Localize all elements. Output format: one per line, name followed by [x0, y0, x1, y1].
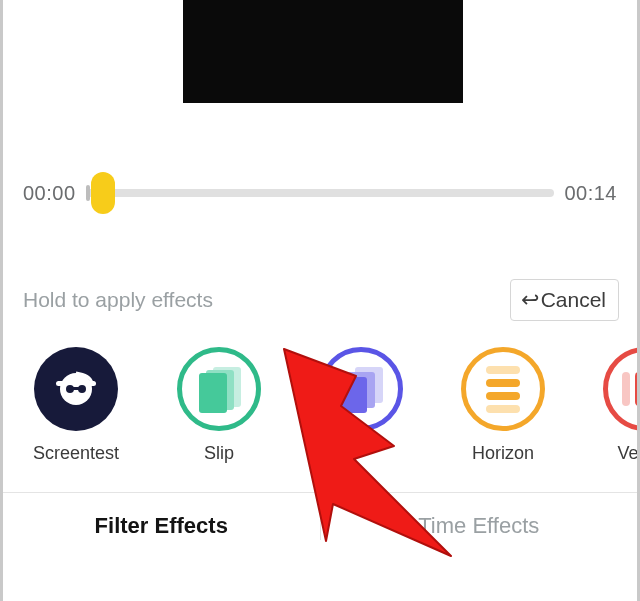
cancel-button[interactable]: ↩ Cancel — [510, 279, 619, 321]
tab-filter-effects[interactable]: Filter Effects — [3, 513, 320, 539]
svg-point-3 — [78, 385, 86, 393]
timeline: 00:00 00:14 — [3, 173, 637, 213]
svg-rect-4 — [73, 387, 79, 390]
undo-icon: ↩ — [521, 289, 539, 311]
effects-tabs: Filter Effects Time Effects — [3, 493, 637, 559]
effect-horizon[interactable]: Horizon — [461, 347, 545, 464]
tab-time-effects[interactable]: Time Effects — [321, 513, 638, 539]
hold-hint: Hold to apply effects — [23, 288, 213, 312]
controls-row: Hold to apply effects ↩ Cancel — [3, 279, 637, 321]
timeline-track[interactable] — [86, 189, 555, 197]
effects-carousel[interactable]: Screentest Slip — [3, 347, 637, 464]
video-preview[interactable] — [183, 0, 463, 103]
effect-soul[interactable] — [319, 347, 403, 443]
effect-label: Slip — [204, 443, 234, 464]
effect-slip[interactable]: Slip — [177, 347, 261, 464]
svg-point-2 — [66, 385, 74, 393]
effect-label: Screentest — [33, 443, 119, 464]
time-start-label: 00:00 — [23, 182, 76, 205]
editor-frame: 00:00 00:14 Hold to apply effects ↩ Canc… — [0, 0, 640, 601]
time-end-label: 00:14 — [564, 182, 617, 205]
timeline-playhead[interactable] — [91, 172, 115, 214]
screentest-icon — [34, 347, 118, 431]
cancel-label: Cancel — [541, 288, 606, 312]
effect-label: Horizon — [472, 443, 534, 464]
effect-vertical[interactable]: Vertica — [603, 347, 637, 464]
timeline-tick — [86, 185, 90, 201]
effect-screentest[interactable]: Screentest — [33, 347, 119, 464]
preview-area — [3, 0, 637, 103]
vertical-icon — [603, 347, 637, 431]
soul-icon — [319, 347, 403, 431]
effect-label: Vertica — [618, 443, 637, 464]
slip-icon — [177, 347, 261, 431]
horizon-icon — [461, 347, 545, 431]
